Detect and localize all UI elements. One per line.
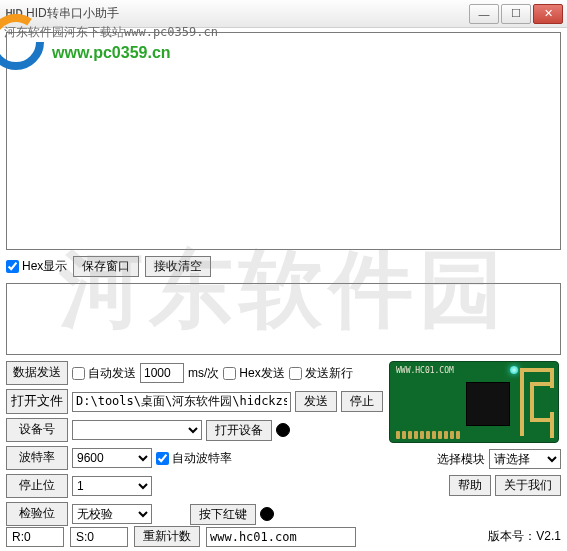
parity-label: 检验位 [6, 502, 68, 526]
pcb-antenna-icon [520, 368, 554, 436]
receive-textarea[interactable] [6, 32, 561, 250]
version-label: 版本号：V2.1 [488, 528, 561, 545]
window-title: HID转串口小助手 [26, 5, 469, 22]
app-icon: HID [6, 6, 22, 22]
parity-select[interactable]: 无校验 [72, 504, 152, 524]
device-status-led-icon [276, 423, 290, 437]
baud-row: 波特率 9600 自动波特率 [6, 446, 383, 470]
auto-send-interval-input[interactable] [140, 363, 184, 383]
auto-send-checkbox[interactable]: 自动发送 [72, 365, 136, 382]
receive-clear-button[interactable]: 接收清空 [145, 256, 211, 277]
stop-bit-label: 停止位 [6, 474, 68, 498]
status-bar: R:0 S:0 重新计数 版本号：V2.1 [6, 526, 561, 547]
close-button[interactable]: ✕ [533, 4, 563, 24]
pcb-module-image: WWW.HC01.COM [389, 361, 559, 443]
lower-panel: 数据发送 自动发送 ms/次 Hex发送 发送新行 打开文件 [6, 361, 561, 526]
help-button[interactable]: 帮助 [449, 475, 491, 496]
pcb-led-icon [510, 366, 518, 374]
interval-unit-label: ms/次 [188, 365, 219, 382]
file-path-input[interactable] [72, 392, 291, 412]
module-column: WWW.HC01.COM 选择模块 [389, 361, 561, 496]
pcb-chip-icon [466, 382, 510, 426]
baud-rate-select[interactable]: 9600 [72, 448, 152, 468]
client-area: 河东软件园河东下载站www.pc0359.cn www.pc0359.cn 河东… [0, 28, 567, 551]
watermark-url-small: 河东软件园河东下载站www.pc0359.cn [4, 24, 218, 41]
recount-button[interactable]: 重新计数 [134, 526, 200, 547]
open-file-button[interactable]: 打开文件 [6, 389, 68, 414]
send-newline-checkbox[interactable]: 发送新行 [289, 365, 353, 382]
file-row: 打开文件 发送 停止 [6, 389, 383, 414]
parity-row: 检验位 无校验 按下红键 [6, 502, 383, 526]
module-select[interactable]: 请选择 [489, 449, 561, 469]
status-rx-count: R:0 [6, 527, 64, 547]
send-textarea[interactable] [6, 283, 561, 355]
pcb-pads-icon [396, 431, 512, 439]
send-button[interactable]: 发送 [295, 391, 337, 412]
receive-controls: Hex显示 保存窗口 接收清空 [6, 254, 561, 279]
data-send-label: 数据发送 [6, 361, 68, 385]
red-key-led-icon [260, 507, 274, 521]
minimize-button[interactable]: — [469, 4, 499, 24]
maximize-button[interactable]: ☐ [501, 4, 531, 24]
pcb-silk-text: WWW.HC01.COM [396, 366, 454, 375]
device-id-select[interactable] [72, 420, 202, 440]
status-url-input[interactable] [206, 527, 356, 547]
device-id-label: 设备号 [6, 418, 68, 442]
stop-button[interactable]: 停止 [341, 391, 383, 412]
status-tx-count: S:0 [70, 527, 128, 547]
select-module-label: 选择模块 [437, 451, 485, 468]
auto-baud-checkbox[interactable]: 自动波特率 [156, 450, 232, 467]
press-red-key-button[interactable]: 按下红键 [190, 504, 256, 525]
stopbit-row: 停止位 1 [6, 474, 383, 498]
hex-display-checkbox[interactable]: Hex显示 [6, 258, 67, 275]
about-button[interactable]: 关于我们 [495, 475, 561, 496]
save-window-button[interactable]: 保存窗口 [73, 256, 139, 277]
device-row: 设备号 打开设备 [6, 418, 383, 442]
baud-rate-label: 波特率 [6, 446, 68, 470]
hex-send-checkbox[interactable]: Hex发送 [223, 365, 284, 382]
open-device-button[interactable]: 打开设备 [206, 420, 272, 441]
send-options-row: 数据发送 自动发送 ms/次 Hex发送 发送新行 [6, 361, 383, 385]
stop-bit-select[interactable]: 1 [72, 476, 152, 496]
